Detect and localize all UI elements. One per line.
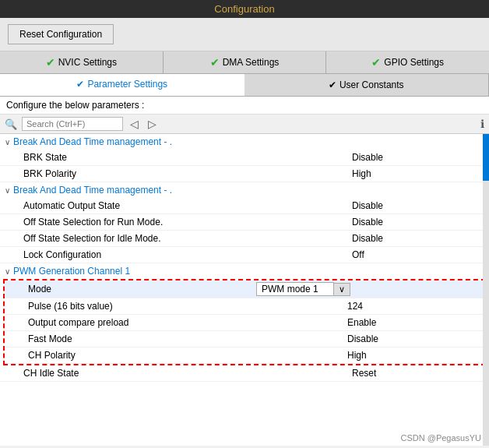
tab-label-nvic: NVIC Settings: [58, 57, 117, 68]
tab2-label-parameter: Parameter Settings: [87, 79, 167, 90]
watermark: CSDN @PegasusYU: [401, 433, 481, 443]
group-header-group1[interactable]: ∨ Break And Dead Time management - .: [0, 134, 489, 150]
param-row: Off State Selection for Idle Mode. Disab…: [0, 231, 489, 247]
param-row: BRK Polarity High: [0, 166, 489, 182]
param-value: Disable: [349, 152, 489, 163]
mode-dropdown-button[interactable]: ∨: [334, 283, 350, 296]
hint-bar: Configure the below parameters :: [0, 97, 489, 115]
search-input[interactable]: [22, 117, 123, 131]
chevron-icon: ∨: [5, 267, 10, 276]
search-icon: 🔍: [5, 118, 17, 130]
group-label: Break And Dead Time management - .: [13, 185, 172, 196]
mode-value-wrap: PWM mode 1 ∨: [256, 282, 484, 296]
title-bar: Configuration: [0, 0, 489, 18]
check-icon: ✔: [371, 56, 381, 69]
tab-dma[interactable]: ✔DMA Settings: [164, 51, 327, 73]
param-row: Off State Selection for Run Mode. Disabl…: [0, 214, 489, 231]
param-name: Pulse (16 bits value): [28, 301, 344, 312]
param-name: Off State Selection for Run Mode.: [23, 217, 349, 228]
group-label: PWM Generation Channel 1: [13, 266, 130, 277]
scrollbar-track[interactable]: [483, 134, 489, 446]
param-tree: ∨ Break And Dead Time management - . BRK…: [0, 134, 489, 446]
group-header-group2[interactable]: ∨ Break And Dead Time management - .: [0, 182, 489, 198]
param-value: Off: [349, 249, 489, 260]
chevron-icon: ∨: [5, 186, 10, 195]
group-header-group3[interactable]: ∨ PWM Generation Channel 1: [0, 263, 489, 279]
check-icon: ✔: [76, 79, 84, 90]
tab-label-dma: DMA Settings: [223, 57, 280, 68]
chevron-icon: ∨: [5, 138, 10, 146]
hint-text: Configure the below parameters :: [6, 100, 144, 111]
param-value: Disable: [349, 200, 489, 211]
param-value: Reset: [349, 368, 489, 379]
check-icon: ✔: [46, 56, 55, 69]
param-row: CH Polarity High: [5, 347, 484, 364]
param-name: Automatic Output State: [23, 200, 349, 211]
check-icon: ✔: [329, 79, 336, 90]
param-row: CH Idle State Reset: [0, 365, 489, 382]
param-name: CH Idle State: [23, 368, 349, 379]
param-name: BRK State: [23, 152, 349, 163]
param-value: Enable: [344, 317, 484, 328]
param-value: High: [349, 168, 489, 179]
tabs-row2: ✔Parameter Settings✔User Constants: [0, 74, 489, 97]
tab2-label-user: User Constants: [339, 79, 404, 90]
param-row: Output compare preload Enable: [5, 315, 484, 331]
mode-value: PWM mode 1: [256, 282, 334, 296]
param-value: Disable: [344, 333, 484, 344]
reset-config-button[interactable]: Reset Configuration: [8, 24, 114, 44]
search-bar: 🔍 ◁ ▷ ℹ: [0, 115, 489, 134]
param-row-mode: Mode PWM mode 1 ∨: [5, 280, 484, 298]
param-name: Off State Selection for Idle Mode.: [23, 233, 349, 244]
nav-next-button[interactable]: ▷: [146, 118, 159, 130]
param-name: Mode: [28, 284, 256, 295]
tab2-user[interactable]: ✔User Constants: [244, 74, 490, 96]
param-value: Disable: [349, 233, 489, 244]
tabs-row1: ✔NVIC Settings✔DMA Settings✔GPIO Setting…: [0, 51, 489, 74]
scrollbar-thumb[interactable]: [483, 134, 489, 181]
app-title: Configuration: [214, 3, 274, 15]
param-row: Automatic Output State Disable: [0, 198, 489, 214]
param-name: BRK Polarity: [23, 168, 349, 179]
tab-gpio[interactable]: ✔GPIO Settings: [326, 51, 489, 73]
tab-label-gpio: GPIO Settings: [384, 57, 444, 68]
group-label: Break And Dead Time management - .: [13, 136, 172, 147]
tab-nvic[interactable]: ✔NVIC Settings: [0, 51, 164, 73]
param-value: High: [344, 350, 484, 361]
info-icon: ℹ: [480, 118, 484, 130]
param-name: Lock Configuration: [23, 249, 349, 260]
toolbar: Reset Configuration: [0, 18, 489, 51]
param-value: Disable: [349, 217, 489, 228]
nav-prev-button[interactable]: ◁: [128, 118, 141, 130]
param-row: BRK State Disable: [0, 150, 489, 166]
param-row: Pulse (16 bits value) 124: [5, 298, 484, 315]
param-value: 124: [344, 301, 484, 312]
param-row: Lock Configuration Off: [0, 247, 489, 263]
param-name: CH Polarity: [28, 350, 344, 361]
check-icon: ✔: [210, 56, 220, 69]
tab2-parameter[interactable]: ✔Parameter Settings: [0, 74, 244, 96]
param-row: Fast Mode Disable: [5, 331, 484, 347]
param-name: Output compare preload: [28, 317, 344, 328]
param-name: Fast Mode: [28, 333, 344, 344]
